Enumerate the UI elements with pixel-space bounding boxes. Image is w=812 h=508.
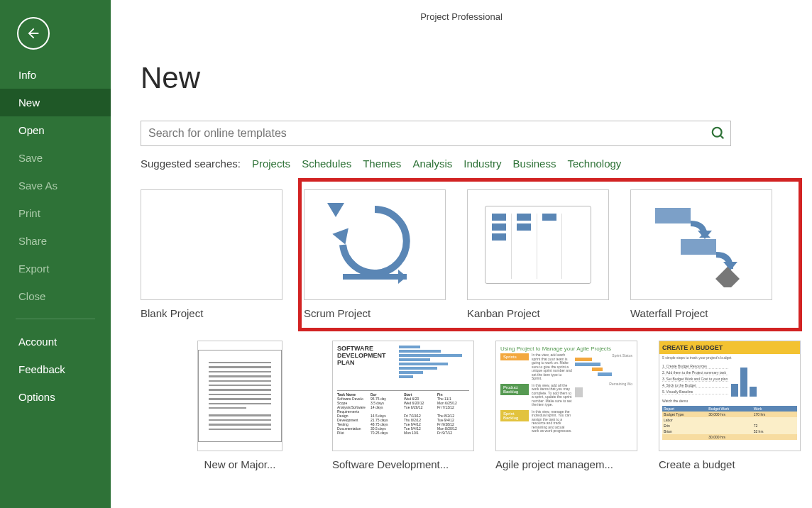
sidebar-item-new[interactable]: New: [0, 89, 111, 116]
sidebar-divider: [16, 319, 95, 319]
sidebar-item-feedback[interactable]: Feedback: [0, 355, 111, 383]
svg-marker-9: [698, 231, 712, 239]
sidebar-item-export[interactable]: Export: [0, 255, 111, 282]
page-title: New: [141, 61, 791, 95]
template-label: Blank Project: [141, 307, 282, 319]
template-label: Waterfall Project: [630, 307, 772, 319]
svg-line-1: [720, 136, 724, 139]
agile-preview: Using Project to Manage your Agile Proje…: [496, 341, 637, 451]
sidebar-item-account[interactable]: Account: [0, 328, 111, 355]
template-create-budget[interactable]: CREATE A BUDGET 5 simple steps to track …: [659, 341, 801, 470]
content-area: New Suggested searches: Projects Schedul…: [111, 10, 812, 470]
sidebar-item-open[interactable]: Open: [0, 116, 111, 144]
sidebar-item-save-as[interactable]: Save As: [0, 172, 111, 199]
template-thumb: [467, 189, 609, 300]
software-plan-preview: SOFTWARE DEVELOPMENT PLAN Task NameDurSt…: [333, 341, 473, 451]
svg-rect-6: [655, 208, 691, 223]
suggested-link-projects[interactable]: Projects: [252, 158, 290, 170]
template-kanban-project[interactable]: Kanban Project: [467, 189, 609, 319]
suggested-link-schedules[interactable]: Schedules: [302, 158, 351, 170]
sidebar-item-close[interactable]: Close: [0, 282, 111, 310]
suggested-link-business[interactable]: Business: [513, 158, 556, 170]
template-label: Create a budget: [659, 458, 801, 470]
sidebar-item-print[interactable]: Print: [0, 199, 111, 227]
template-thumb: [304, 189, 446, 300]
template-agile-project[interactable]: Using Project to Manage your Agile Proje…: [495, 341, 637, 470]
suggested-searches: Suggested searches: Projects Schedules T…: [141, 158, 791, 170]
template-thumb: SOFTWARE DEVELOPMENT PLAN Task NameDurSt…: [332, 341, 474, 451]
sidebar-item-options[interactable]: Options: [0, 383, 111, 411]
svg-marker-3: [327, 203, 344, 217]
template-label: Scrum Project: [304, 307, 446, 319]
template-scrum-project[interactable]: Scrum Project: [304, 189, 446, 319]
search-icon[interactable]: [706, 126, 730, 141]
template-thumb: Using Project to Manage your Agile Proje…: [495, 341, 637, 451]
template-new-or-major[interactable]: New or Major...: [169, 341, 311, 470]
template-waterfall-project[interactable]: Waterfall Project: [630, 189, 772, 319]
suggested-link-analysis[interactable]: Analysis: [412, 158, 452, 170]
svg-rect-7: [681, 239, 716, 255]
search-input[interactable]: [141, 127, 706, 140]
template-blank-project[interactable]: Blank Project: [141, 189, 282, 319]
template-label: New or Major...: [169, 458, 311, 470]
template-label: Software Development...: [332, 458, 474, 470]
template-thumb: CREATE A BUDGET 5 simple steps to track …: [659, 341, 801, 451]
suggested-label: Suggested searches:: [141, 158, 241, 170]
svg-point-0: [713, 128, 722, 137]
svg-marker-2: [332, 228, 353, 247]
template-thumb: [141, 189, 282, 300]
sidebar-item-share[interactable]: Share: [0, 227, 111, 255]
template-label: Kanban Project: [467, 307, 609, 319]
template-thumb: [197, 341, 282, 451]
svg-marker-5: [398, 270, 407, 284]
search-box: [141, 121, 731, 146]
document-icon: [198, 350, 282, 442]
sidebar-item-save[interactable]: Save: [0, 144, 111, 172]
template-software-development[interactable]: SOFTWARE DEVELOPMENT PLAN Task NameDurSt…: [332, 341, 474, 470]
kanban-board-icon: [485, 206, 591, 284]
template-thumb: [630, 189, 772, 300]
back-arrow-icon: [26, 26, 41, 41]
suggested-link-industry[interactable]: Industry: [463, 158, 501, 170]
suggested-link-themes[interactable]: Themes: [363, 158, 401, 170]
suggested-link-technology[interactable]: Technology: [567, 158, 621, 170]
app-title: Project Professional: [111, 11, 812, 22]
template-label: Agile project managem...: [495, 458, 637, 470]
sidebar-item-info[interactable]: Info: [0, 61, 111, 89]
back-button[interactable]: [17, 17, 50, 50]
budget-preview: CREATE A BUDGET 5 simple steps to track …: [659, 341, 800, 451]
waterfall-icon: [648, 202, 755, 287]
backstage-sidebar: Info New Open Save Save As Print Share E…: [0, 0, 111, 508]
svg-rect-11: [715, 267, 740, 287]
main-area: Project Professional New Suggested searc…: [111, 0, 812, 508]
scrum-cycle-icon: [322, 195, 428, 294]
sidebar-nav: Info New Open Save Save As Print Share E…: [0, 61, 111, 411]
template-grid: Blank Project Scrum Project: [141, 189, 812, 470]
